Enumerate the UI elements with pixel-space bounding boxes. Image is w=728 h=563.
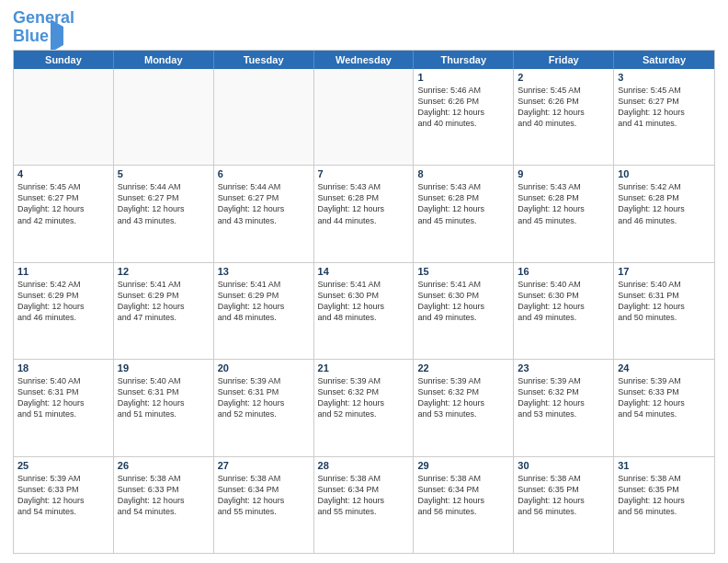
cal-cell: 9Sunrise: 5:43 AM Sunset: 6:28 PM Daylig… <box>514 166 614 261</box>
cell-text: Sunrise: 5:40 AM Sunset: 6:31 PM Dayligh… <box>618 279 711 324</box>
cal-header-monday: Monday <box>114 51 214 69</box>
cell-text: Sunrise: 5:38 AM Sunset: 6:34 PM Dayligh… <box>318 473 410 518</box>
cal-cell: 28Sunrise: 5:38 AM Sunset: 6:34 PM Dayli… <box>314 457 415 553</box>
cal-cell: 8Sunrise: 5:43 AM Sunset: 6:28 PM Daylig… <box>414 166 514 261</box>
cal-week-5: 25Sunrise: 5:39 AM Sunset: 6:33 PM Dayli… <box>14 457 714 553</box>
cal-header-thursday: Thursday <box>414 51 514 69</box>
cal-cell: 22Sunrise: 5:39 AM Sunset: 6:32 PM Dayli… <box>414 360 514 455</box>
logo-triangle-icon <box>51 19 63 52</box>
cal-cell <box>14 69 114 165</box>
day-number: 20 <box>218 362 310 373</box>
cell-text: Sunrise: 5:38 AM Sunset: 6:35 PM Dayligh… <box>518 473 609 518</box>
cal-cell: 26Sunrise: 5:38 AM Sunset: 6:33 PM Dayli… <box>114 457 214 553</box>
cell-text: Sunrise: 5:40 AM Sunset: 6:31 PM Dayligh… <box>118 375 210 420</box>
cal-cell: 12Sunrise: 5:41 AM Sunset: 6:29 PM Dayli… <box>114 263 214 359</box>
cal-cell <box>314 69 415 165</box>
cal-cell: 19Sunrise: 5:40 AM Sunset: 6:31 PM Dayli… <box>114 360 214 455</box>
cal-cell: 31Sunrise: 5:38 AM Sunset: 6:35 PM Dayli… <box>614 457 714 553</box>
cal-cell: 5Sunrise: 5:44 AM Sunset: 6:27 PM Daylig… <box>114 166 214 261</box>
cal-header-sunday: Sunday <box>14 51 114 69</box>
cal-week-3: 11Sunrise: 5:42 AM Sunset: 6:29 PM Dayli… <box>14 263 714 360</box>
cal-cell: 14Sunrise: 5:41 AM Sunset: 6:30 PM Dayli… <box>314 263 415 359</box>
day-number: 22 <box>417 362 509 373</box>
cal-cell: 10Sunrise: 5:42 AM Sunset: 6:28 PM Dayli… <box>614 166 714 261</box>
cal-cell: 24Sunrise: 5:39 AM Sunset: 6:33 PM Dayli… <box>614 360 714 455</box>
cal-cell <box>214 69 314 165</box>
day-number: 2 <box>518 72 609 83</box>
day-number: 23 <box>518 362 609 373</box>
cal-cell: 6Sunrise: 5:44 AM Sunset: 6:27 PM Daylig… <box>214 166 314 261</box>
calendar-header-row: SundayMondayTuesdayWednesdayThursdayFrid… <box>14 51 714 69</box>
cal-cell: 16Sunrise: 5:40 AM Sunset: 6:30 PM Dayli… <box>514 263 614 359</box>
cal-cell: 1Sunrise: 5:46 AM Sunset: 6:26 PM Daylig… <box>414 69 514 165</box>
day-number: 6 <box>218 168 310 179</box>
page: General Blue SundayMondayTuesdayWednesda… <box>0 0 728 563</box>
day-number: 28 <box>318 460 410 471</box>
cal-week-4: 18Sunrise: 5:40 AM Sunset: 6:31 PM Dayli… <box>14 360 714 456</box>
day-number: 13 <box>218 266 310 277</box>
day-number: 25 <box>17 460 109 471</box>
day-number: 12 <box>118 266 210 277</box>
cal-cell: 3Sunrise: 5:45 AM Sunset: 6:27 PM Daylig… <box>614 69 714 165</box>
day-number: 19 <box>118 362 210 373</box>
cell-text: Sunrise: 5:45 AM Sunset: 6:27 PM Dayligh… <box>618 85 711 130</box>
cal-cell <box>114 69 214 165</box>
cal-cell: 13Sunrise: 5:41 AM Sunset: 6:29 PM Dayli… <box>214 263 314 359</box>
day-number: 26 <box>118 460 210 471</box>
cal-cell: 21Sunrise: 5:39 AM Sunset: 6:32 PM Dayli… <box>314 360 415 455</box>
logo: General Blue <box>13 9 74 46</box>
day-number: 8 <box>417 168 509 179</box>
cal-week-2: 4Sunrise: 5:45 AM Sunset: 6:27 PM Daylig… <box>14 166 714 262</box>
cell-text: Sunrise: 5:41 AM Sunset: 6:29 PM Dayligh… <box>118 279 210 324</box>
day-number: 4 <box>17 168 109 179</box>
day-number: 1 <box>417 72 509 83</box>
cell-text: Sunrise: 5:39 AM Sunset: 6:32 PM Dayligh… <box>518 375 609 420</box>
cell-text: Sunrise: 5:39 AM Sunset: 6:33 PM Dayligh… <box>618 375 711 420</box>
day-number: 16 <box>518 266 609 277</box>
cal-cell: 18Sunrise: 5:40 AM Sunset: 6:31 PM Dayli… <box>14 360 114 455</box>
cell-text: Sunrise: 5:40 AM Sunset: 6:31 PM Dayligh… <box>17 375 109 420</box>
cell-text: Sunrise: 5:40 AM Sunset: 6:30 PM Dayligh… <box>518 279 609 324</box>
day-number: 17 <box>618 266 711 277</box>
calendar-body: 1Sunrise: 5:46 AM Sunset: 6:26 PM Daylig… <box>14 69 714 553</box>
logo-text: General Blue <box>13 9 74 46</box>
day-number: 29 <box>417 460 509 471</box>
cell-text: Sunrise: 5:38 AM Sunset: 6:34 PM Dayligh… <box>417 473 509 518</box>
cal-cell: 27Sunrise: 5:38 AM Sunset: 6:34 PM Dayli… <box>214 457 314 553</box>
logo-general: General <box>13 8 74 27</box>
cal-week-1: 1Sunrise: 5:46 AM Sunset: 6:26 PM Daylig… <box>14 69 714 166</box>
cell-text: Sunrise: 5:38 AM Sunset: 6:34 PM Dayligh… <box>218 473 310 518</box>
cell-text: Sunrise: 5:44 AM Sunset: 6:27 PM Dayligh… <box>218 181 310 226</box>
cell-text: Sunrise: 5:45 AM Sunset: 6:26 PM Dayligh… <box>518 85 609 130</box>
cal-cell: 2Sunrise: 5:45 AM Sunset: 6:26 PM Daylig… <box>514 69 614 165</box>
day-number: 10 <box>618 168 711 179</box>
cal-cell: 25Sunrise: 5:39 AM Sunset: 6:33 PM Dayli… <box>14 457 114 553</box>
cal-cell: 29Sunrise: 5:38 AM Sunset: 6:34 PM Dayli… <box>414 457 514 553</box>
cell-text: Sunrise: 5:43 AM Sunset: 6:28 PM Dayligh… <box>518 181 609 226</box>
cal-header-friday: Friday <box>514 51 614 69</box>
cell-text: Sunrise: 5:42 AM Sunset: 6:28 PM Dayligh… <box>618 181 711 226</box>
day-number: 27 <box>218 460 310 471</box>
day-number: 11 <box>17 266 109 277</box>
cell-text: Sunrise: 5:46 AM Sunset: 6:26 PM Dayligh… <box>417 85 509 130</box>
cal-cell: 7Sunrise: 5:43 AM Sunset: 6:28 PM Daylig… <box>314 166 415 261</box>
cell-text: Sunrise: 5:41 AM Sunset: 6:29 PM Dayligh… <box>218 279 310 324</box>
cal-cell: 17Sunrise: 5:40 AM Sunset: 6:31 PM Dayli… <box>614 263 714 359</box>
cal-cell: 4Sunrise: 5:45 AM Sunset: 6:27 PM Daylig… <box>14 166 114 261</box>
cell-text: Sunrise: 5:45 AM Sunset: 6:27 PM Dayligh… <box>17 181 109 226</box>
cell-text: Sunrise: 5:39 AM Sunset: 6:31 PM Dayligh… <box>218 375 310 420</box>
cell-text: Sunrise: 5:43 AM Sunset: 6:28 PM Dayligh… <box>318 181 410 226</box>
logo-blue: Blue <box>13 27 49 45</box>
day-number: 5 <box>118 168 210 179</box>
cell-text: Sunrise: 5:39 AM Sunset: 6:32 PM Dayligh… <box>417 375 509 420</box>
day-number: 15 <box>417 266 509 277</box>
cal-header-saturday: Saturday <box>614 51 714 69</box>
cell-text: Sunrise: 5:43 AM Sunset: 6:28 PM Dayligh… <box>417 181 509 226</box>
day-number: 30 <box>518 460 609 471</box>
day-number: 31 <box>618 460 711 471</box>
day-number: 24 <box>618 362 711 373</box>
cal-cell: 23Sunrise: 5:39 AM Sunset: 6:32 PM Dayli… <box>514 360 614 455</box>
day-number: 14 <box>318 266 410 277</box>
day-number: 21 <box>318 362 410 373</box>
day-number: 3 <box>618 72 711 83</box>
